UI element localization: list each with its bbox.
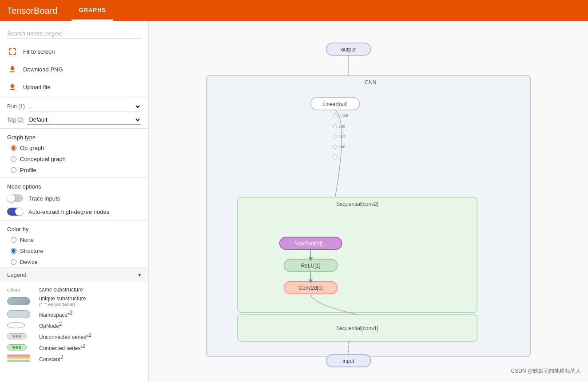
legend-connected-row: Connected series*2 [7, 342, 141, 353]
trace-inputs-toggle[interactable] [7, 194, 23, 202]
svg-text:108: 108 [339, 124, 346, 129]
color-by-structure-label: Structure [20, 248, 44, 254]
legend-colors-row: colors same substructure [7, 285, 141, 294]
connector-5 [333, 155, 338, 159]
search-input[interactable] [7, 28, 141, 39]
graph-type-conceptual-label: Conceptual graph [20, 156, 66, 162]
run-select[interactable]: . [28, 102, 141, 111]
legend-unique-pill [7, 297, 30, 305]
conv2d0-label: Conv2d[0] [298, 285, 323, 291]
upload-file-label: Upload file [23, 84, 50, 91]
graph-area[interactable]: CNN Sequential[conv2] Sequential[conv1] … [149, 21, 588, 382]
legend-unique-text: unique substructure (* = expandable) [39, 295, 86, 307]
legend-unconnected-text: Unconnected series*2 [39, 332, 91, 340]
legend-unique-row: unique substructure (* = expandable) [7, 294, 141, 308]
run-row: Run (1) . [0, 100, 148, 113]
nav-graphs[interactable]: GRAPHS [72, 0, 113, 21]
legend-colors-swatch: colors [7, 287, 34, 292]
graph-type-profile-label: Profile [20, 167, 36, 173]
graph-svg: CNN Sequential[conv2] Sequential[conv1] … [149, 21, 588, 382]
legend-header[interactable]: Legend ▾ [0, 268, 148, 282]
run-label: Run (1) [7, 103, 25, 110]
color-by-none-label: None [20, 236, 34, 243]
legend-constant-stack [7, 354, 30, 362]
graph-type-header: Graph type [0, 130, 148, 142]
svg-text:input: input [340, 113, 349, 118]
graph-type-profile[interactable]: Profile [0, 165, 148, 176]
divider-3 [0, 177, 148, 178]
color-by-none[interactable]: None [0, 234, 148, 245]
legend-opnode-swatch [7, 322, 34, 328]
legend-unconnected-series [7, 333, 27, 339]
legend-chevron-icon: ▾ [138, 272, 141, 278]
legend-colors-value: same substructure [39, 287, 83, 293]
graph-type-conceptual-radio[interactable] [11, 156, 16, 162]
legend-namespace-pill [7, 310, 30, 318]
graph-type-op-radio[interactable] [11, 145, 16, 151]
legend-unconnected-link[interactable]: 2 [88, 332, 91, 338]
color-by-device-radio[interactable] [11, 259, 16, 265]
color-by-structure[interactable]: Structure [0, 245, 148, 256]
legend-unconnected-swatch [7, 333, 34, 339]
legend-connected-series [7, 344, 27, 350]
color-by-device-label: Device [20, 259, 38, 265]
legend-title: Legend [7, 272, 26, 278]
legend-colors-key: colors [7, 287, 20, 292]
legend-constant-swatch [7, 354, 34, 362]
color-by-structure-radio[interactable] [11, 248, 16, 254]
legend-namespace-text: Namespace*2 [39, 310, 72, 318]
legend-opnode-text: OpNode2 [39, 321, 62, 329]
upload-file-button[interactable]: Upload file [0, 78, 148, 96]
auto-extract-label: Auto-extract high-degree nodes [28, 209, 109, 215]
color-by-header: Color by [0, 222, 148, 234]
legend-constant-link[interactable]: 2 [60, 354, 64, 360]
legend-constant-text: Constant2 [39, 354, 64, 362]
linear-out-label: Linear[out] [322, 101, 348, 107]
tag-select[interactable]: Default [27, 115, 141, 125]
watermark: CSDN @默默无闻地耕耘的人 [511, 367, 581, 375]
auto-extract-toggle[interactable] [7, 208, 23, 216]
trace-inputs-row: Trace inputs [0, 192, 148, 205]
color-by-device[interactable]: Device [0, 256, 148, 268]
input-label: input [343, 358, 355, 364]
graph-type-profile-radio[interactable] [11, 167, 16, 173]
main-layout: Fit to screen Download PNG Upload file [0, 21, 588, 382]
graph-type-op[interactable]: Op graph [0, 142, 148, 154]
maxpool-label: MaxPool2d[... [294, 240, 327, 247]
legend-namespace-link[interactable]: 2 [70, 310, 73, 316]
graph-type-conceptual[interactable]: Conceptual graph [0, 154, 148, 165]
legend-section: colors same substructure unique substruc… [0, 282, 148, 367]
color-by-none-radio[interactable] [11, 237, 16, 243]
legend-opnode-ellipse [7, 322, 25, 328]
output-label: output [341, 47, 356, 53]
legend-opnode-row: OpNode2 [7, 319, 141, 331]
divider-1 [0, 98, 148, 98]
download-png-button[interactable]: Download PNG [0, 60, 148, 78]
legend-connected-link[interactable]: 2 [83, 343, 86, 349]
legend-unconnected-row: Unconnected series*2 [7, 331, 141, 342]
graph-type-op-label: Op graph [20, 145, 44, 151]
sidebar: Fit to screen Download PNG Upload file [0, 21, 149, 382]
divider-2 [0, 128, 148, 129]
fit-to-screen-icon [7, 46, 18, 57]
fit-to-screen-button[interactable]: Fit to screen [0, 43, 148, 60]
download-png-label: Download PNG [23, 66, 63, 73]
tag-label: Tag (2) [7, 117, 24, 123]
download-icon [7, 64, 18, 75]
svg-text:106: 106 [339, 145, 346, 149]
trace-inputs-label: Trace inputs [28, 195, 60, 202]
seq-conv2-box [238, 197, 477, 313]
legend-namespace-row: Namespace*2 [7, 308, 141, 319]
seq-conv1-label: Sequential[conv1] [336, 325, 378, 331]
legend-unique-swatch [7, 297, 34, 305]
legend-namespace-swatch [7, 310, 34, 318]
app-logo: TensorBoard [7, 6, 57, 16]
cnn-label: CNN [365, 79, 377, 86]
topbar: TensorBoard GRAPHS [0, 0, 588, 21]
upload-icon [7, 82, 18, 92]
auto-extract-row: Auto-extract high-degree nodes [0, 205, 148, 218]
tag-row: Tag (2) Default [0, 113, 148, 126]
seq-conv2-label: Sequential[conv2] [336, 201, 378, 207]
search-section [0, 25, 148, 43]
legend-opnode-link[interactable]: 2 [59, 321, 62, 327]
